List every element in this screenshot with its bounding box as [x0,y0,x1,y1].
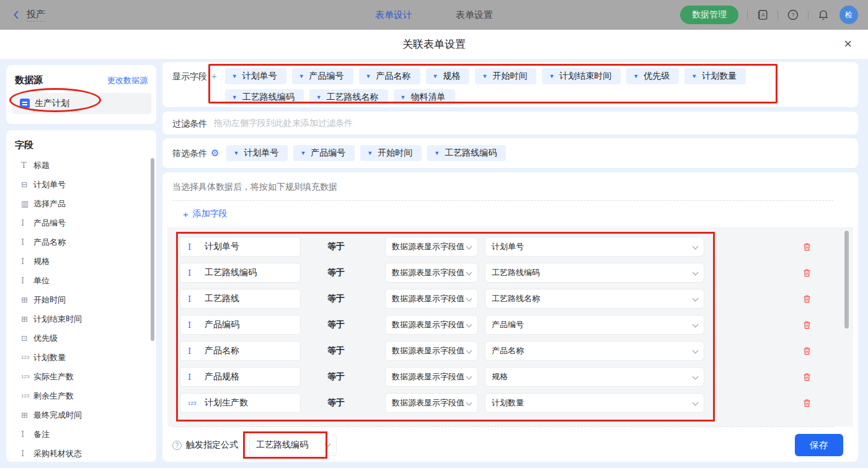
filter-drop-placeholder[interactable]: 拖动左侧字段到此处来添加过滤条件 [214,118,353,129]
chip-label: 计划结束时间 [559,71,611,82]
text-field-icon: I [188,242,202,252]
chevron-down-icon [466,374,472,380]
rule-source-select[interactable]: 数据源表显示字段值 [385,315,478,335]
text-field-icon: I [188,320,202,330]
delete-row-button[interactable] [802,372,812,382]
filter-condition-label: 过滤条件 [172,115,207,131]
rule-value-select[interactable]: 计划数量 [485,393,704,413]
sidebar-field-item[interactable]: I 备注 [6,425,156,444]
rule-field-label: 计划生产数 [205,397,248,408]
datasource-item[interactable]: 生产计划 [12,93,151,114]
chevron-down-icon: ▼ [401,94,406,100]
delete-row-button[interactable] [802,242,812,252]
chevron-down-icon: ▼ [434,150,440,156]
sidebar-field-item[interactable]: I 单位 [6,271,156,290]
rule-value-select[interactable]: 工艺路线编码 [485,263,704,283]
rule-source-select[interactable]: 数据源表显示字段值 [385,237,478,257]
add-field-button[interactable]: + 添加字段 [183,208,228,219]
data-manage-button[interactable]: 数据管理 [680,6,738,24]
notification-bell-icon[interactable] [817,9,830,21]
display-field-chip[interactable]: ▼ 计划单号 [225,68,286,84]
rule-operator-label: 等于 [327,371,348,382]
svg-text:A: A [761,12,765,18]
fill-rules-card: 当选择具体数据后，将按如下规则填充数据 + 添加字段 I 计划单号 等于 [162,172,858,462]
rule-operator-label: 等于 [327,345,348,356]
delete-row-button[interactable] [802,320,812,330]
gear-icon[interactable]: ⚙ [211,148,219,159]
contacts-book-icon[interactable]: A [756,9,769,21]
add-field-label: 添加字段 [193,208,228,219]
rule-field-input[interactable]: I 工艺路线编码 [180,263,301,283]
sidebar-field-item[interactable]: ⊡ 优先级 [6,329,156,348]
sidebar-field-item[interactable]: I 采购耗材状态 [6,444,156,462]
sidebar-field-label: 剩余生产数 [33,391,74,402]
rule-field-input[interactable]: I 工艺路线 [180,289,301,309]
display-field-chip[interactable]: ▼ 规格 [426,68,470,84]
delete-row-button[interactable] [802,268,812,278]
rule-value-select[interactable]: 产品名称 [485,341,704,361]
sidebar-field-item[interactable]: ⊞ 开始时间 [6,290,156,309]
sidebar-field-item[interactable]: 123 实际生产数 [6,367,156,386]
sidebar-field-item[interactable]: I 规格 [6,252,156,271]
rule-source-select[interactable]: 数据源表显示字段值 [385,341,478,361]
rule-value-select[interactable]: 产品编号 [485,315,704,335]
display-field-chip[interactable]: ▼ 优先级 [626,68,679,84]
sidebar-field-item[interactable]: ⊞ 计划结束时间 [6,309,156,329]
help-icon[interactable]: ? [787,9,799,21]
sidebar-field-item[interactable]: ⊟ 计划单号 [6,175,156,194]
add-display-field-icon[interactable]: + [211,68,217,84]
display-field-chip[interactable]: ▼ 计划数量 [684,68,746,84]
screening-field-chip[interactable]: ▼ 产品编号 [293,145,355,161]
sidebar-field-item[interactable]: 123 剩余生产数 [6,386,156,405]
change-datasource-link[interactable]: 更改数据源 [107,75,148,86]
rule-source-select[interactable]: 数据源表显示字段值 [385,393,478,413]
display-field-chip[interactable]: ▼ 物料清单 [394,89,455,105]
save-button[interactable]: 保存 [795,434,843,456]
user-avatar[interactable]: 检 [839,6,858,24]
chip-label: 优先级 [644,71,670,82]
text-field-icon: I [21,218,33,227]
display-field-chip[interactable]: ▼ 产品名称 [359,68,420,84]
rule-field-input[interactable]: 123 计划生产数 [180,393,301,413]
date-field-icon: ⊞ [21,295,33,304]
display-field-chip[interactable]: ▼ 产品编号 [292,68,353,84]
delete-row-button[interactable] [802,294,812,304]
sidebar-field-item[interactable]: I 产品编号 [6,213,156,232]
delete-row-button[interactable] [802,346,812,356]
sidebar-field-label: 计划数量 [33,352,66,363]
sidebar-scrollbar[interactable] [151,158,154,341]
rule-source-select[interactable]: 数据源表显示字段值 [385,263,478,283]
sidebar-field-item[interactable]: ▥ 选择产品 [6,194,156,213]
rule-value-select[interactable]: 计划单号 [485,237,704,257]
tab-form-design[interactable]: 表单设计 [375,9,412,21]
sidebar-field-item[interactable]: T 标题 [6,156,156,175]
tab-form-settings[interactable]: 表单设置 [456,9,493,21]
screening-field-chip[interactable]: ▼ 工艺路线编码 [427,145,506,161]
chip-label: 物料清单 [411,92,446,103]
display-field-chip[interactable]: ▼ 工艺路线名称 [309,89,388,105]
rule-value-select[interactable]: 工艺路线名称 [485,289,704,309]
rules-scrollbar[interactable] [844,231,849,329]
display-field-chip[interactable]: ▼ 工艺路线编码 [225,89,304,105]
trigger-formula-select[interactable]: 工艺路线编码 [249,435,337,456]
delete-row-button[interactable] [802,398,812,408]
rule-field-input[interactable]: I 产品编码 [180,315,301,335]
display-field-chip[interactable]: ▼ 计划结束时间 [542,68,621,84]
sidebar-field-item[interactable]: ⊞ 最终完成时间 [6,405,156,425]
rule-field-input[interactable]: I 计划单号 [180,237,301,257]
rule-source-select[interactable]: 数据源表显示字段值 [385,367,478,387]
rule-field-input[interactable]: I 产品规格 [180,367,301,387]
rule-field-label: 产品编码 [205,319,239,330]
rule-value-label: 工艺路线名称 [492,293,540,304]
display-field-chip[interactable]: ▼ 开始时间 [475,68,536,84]
rule-source-select[interactable]: 数据源表显示字段值 [385,289,478,309]
close-icon[interactable]: × [844,35,852,53]
rule-value-select[interactable]: 规格 [485,367,704,387]
sidebar-field-item[interactable]: I 产品名称 [6,232,156,252]
sidebar-field-item[interactable]: 123 计划数量 [6,348,156,367]
rule-field-input[interactable]: I 产品名称 [180,341,301,361]
chevron-down-icon [693,374,699,380]
help-icon[interactable]: ? [172,441,182,450]
screening-field-chip[interactable]: ▼ 计划单号 [226,145,288,161]
screening-field-chip[interactable]: ▼ 开始时间 [360,145,422,161]
